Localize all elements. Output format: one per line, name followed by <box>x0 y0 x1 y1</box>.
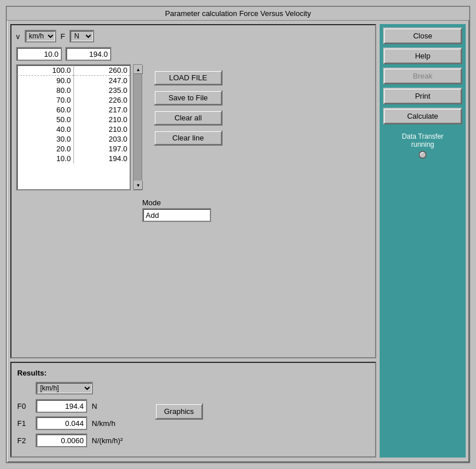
mode-label: Mode <box>142 198 370 207</box>
f2-row: F2 N/(km/h)² <box>17 433 138 447</box>
f0-row: F0 N <box>17 399 138 413</box>
f1-label: F1 <box>17 419 31 428</box>
scrollbar[interactable]: ▲ ▼ <box>133 64 142 190</box>
input-row <box>16 47 370 61</box>
f1-unit: N/km/h <box>92 419 138 428</box>
table-row: 70.0226.0 <box>17 95 130 105</box>
radio-indicator <box>383 151 462 159</box>
v-unit-select[interactable]: km/h m/s <box>25 30 56 42</box>
f1-value[interactable] <box>36 416 87 430</box>
table-row: 50.0210.0 <box>17 115 130 124</box>
table-row: 10.0194.0 <box>17 154 130 163</box>
data-list: 100.0260.090.0247.080.0235.070.0226.060.… <box>16 64 131 190</box>
results-unit-select[interactable]: [km/h] [m/s] <box>36 382 93 394</box>
f2-value[interactable] <box>36 433 87 447</box>
close-button[interactable]: Close <box>383 28 462 44</box>
f-input[interactable] <box>65 47 111 61</box>
clear-line-button[interactable]: Clear line <box>154 130 223 146</box>
table-row: 40.0210.0 <box>17 124 130 134</box>
table-row: 90.0247.0 <box>17 76 130 86</box>
data-transfer-label: Data Transfer <box>383 132 462 140</box>
top-section: v km/h m/s F N kN <box>10 24 376 358</box>
graphics-button[interactable]: Graphics <box>155 403 203 420</box>
data-area: 100.0260.090.0247.080.0235.070.0226.060.… <box>16 64 370 190</box>
results-section: Results: [km/h] [m/s] F0 N <box>10 362 376 458</box>
scroll-up-arrow[interactable]: ▲ <box>134 65 143 74</box>
units-row: v km/h m/s F N kN <box>16 30 370 42</box>
data-transfer-area: Data Transfer running <box>383 132 462 159</box>
help-button[interactable]: Help <box>383 48 462 64</box>
f2-label: F2 <box>17 436 31 445</box>
clear-all-button[interactable]: Clear all <box>154 110 223 126</box>
main-window: Parameter calculation Force Versus Veloc… <box>6 6 470 463</box>
scroll-track[interactable] <box>134 74 142 181</box>
table-row: 60.0217.0 <box>17 105 130 115</box>
v-input[interactable] <box>16 47 62 61</box>
left-panel: v km/h m/s F N kN <box>10 24 376 458</box>
title-bar: Parameter calculation Force Versus Veloc… <box>7 7 469 21</box>
f0-value[interactable] <box>36 399 87 413</box>
table-row: 80.0235.0 <box>17 85 130 95</box>
table-row: 30.0203.0 <box>17 134 130 144</box>
status-radio-dot <box>419 151 427 159</box>
break-button[interactable]: Break <box>383 68 462 84</box>
f-unit-select[interactable]: N kN <box>69 30 94 42</box>
scroll-down-arrow[interactable]: ▼ <box>134 181 143 190</box>
print-button[interactable]: Print <box>383 88 462 104</box>
mode-area: Mode <box>142 198 370 222</box>
mode-input[interactable] <box>142 208 211 222</box>
data-transfer-status: running <box>383 140 462 148</box>
right-panel: Close Help Break Print Calculate Data Tr… <box>380 24 466 458</box>
table-row: 20.0197.0 <box>17 144 130 154</box>
f0-label: F0 <box>17 402 31 411</box>
v-label: v <box>16 32 20 41</box>
f1-row: F1 N/km/h <box>17 416 138 430</box>
load-file-button[interactable]: LOAD FILE <box>154 70 223 85</box>
f2-unit: N/(km/h)² <box>92 436 138 445</box>
f0-unit: N <box>92 402 138 411</box>
calculate-button[interactable]: Calculate <box>383 108 462 124</box>
results-left: Results: [km/h] [m/s] F0 N <box>17 369 138 451</box>
window-title: Parameter calculation Force Versus Veloc… <box>165 9 311 18</box>
f-label: F <box>61 32 65 41</box>
save-to-file-button[interactable]: Save to File <box>154 90 223 105</box>
table-row: 100.0260.0 <box>17 65 130 76</box>
data-table: 100.0260.090.0247.080.0235.070.0226.060.… <box>17 65 130 163</box>
results-title: Results: <box>17 369 138 377</box>
